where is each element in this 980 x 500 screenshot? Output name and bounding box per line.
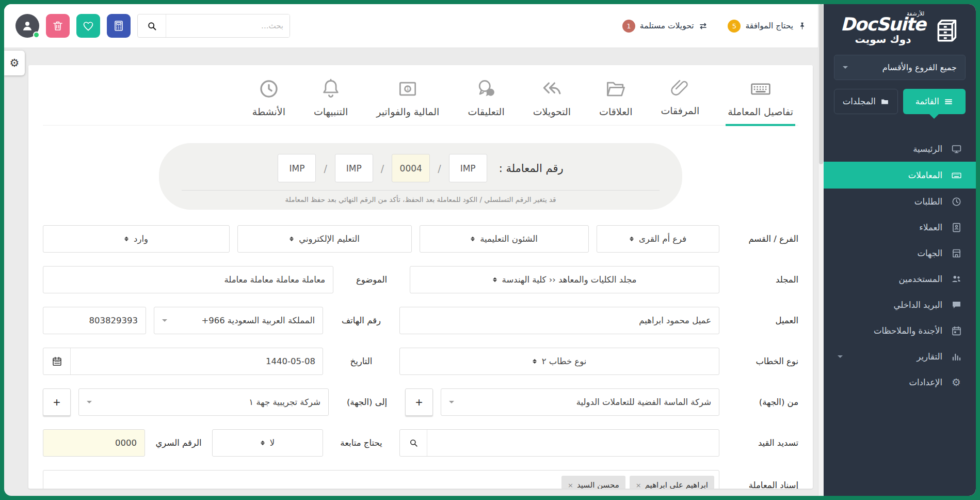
store-icon bbox=[951, 248, 962, 259]
direction-select[interactable]: وارد bbox=[43, 225, 230, 253]
client-input[interactable] bbox=[399, 307, 719, 334]
tab-label: تفاصيل المعاملة bbox=[728, 106, 793, 117]
letter-type-select[interactable]: نوع خطاب ٢ bbox=[399, 348, 719, 375]
avatar[interactable] bbox=[15, 14, 39, 38]
sidebar-item-clients[interactable]: العملاء bbox=[824, 214, 976, 240]
needs-followup-value: لا bbox=[270, 438, 275, 448]
received-transfers-label[interactable]: تحويلات مستلمة bbox=[640, 21, 694, 30]
sidebar: للأرشفة DocSuite دوك سويت جميع الفروع وا… bbox=[824, 4, 976, 496]
record-payment-field bbox=[399, 429, 719, 457]
department-select[interactable]: الشئون التعليمية bbox=[420, 225, 589, 253]
form-row-branch: الفرع / القسم فرع أم القرى الشئون التعلي… bbox=[43, 225, 798, 253]
search-input[interactable] bbox=[166, 14, 290, 37]
pin-icon[interactable] bbox=[798, 22, 807, 30]
favorites-button[interactable] bbox=[76, 14, 100, 38]
tab-comments[interactable]: التعليقات bbox=[465, 77, 506, 125]
tab-label: المرفقات bbox=[661, 105, 699, 116]
keyboard-icon bbox=[951, 170, 962, 181]
sidebar-item-label: الطلبات bbox=[914, 197, 942, 207]
sidebar-item-label: المستخدمين bbox=[898, 274, 942, 284]
phone-number-input[interactable] bbox=[43, 307, 146, 334]
transaction-segment-code2[interactable]: IMP bbox=[335, 154, 373, 182]
tab-finance-invoices[interactable]: 1 المالية والفواتير bbox=[374, 77, 441, 125]
sidebar-item-label: البريد الداخلي bbox=[894, 300, 942, 310]
sidebar-item-reports[interactable]: التقارير bbox=[824, 343, 976, 369]
subject-input[interactable] bbox=[43, 266, 333, 293]
content-area: ⚙ تفاصيل المعاملة المرفقات العلاقات bbox=[4, 48, 818, 496]
form-row-folder-subject: المجلد مجلد الكليات والمعاهد ‹‹ كلية اله… bbox=[43, 266, 798, 293]
record-payment-input[interactable] bbox=[427, 430, 719, 456]
tab-relations[interactable]: العلاقات bbox=[597, 77, 634, 125]
tab-label: التحويلات bbox=[533, 106, 571, 117]
folders-button[interactable]: المجلدات bbox=[834, 89, 898, 114]
tab-attachments[interactable]: المرفقات bbox=[658, 77, 701, 125]
sidebar-item-settings[interactable]: ⚙ الإعدادات bbox=[824, 369, 976, 395]
close-icon[interactable]: × bbox=[636, 481, 641, 489]
sidebar-item-internal-mail[interactable]: البريد الداخلي bbox=[824, 292, 976, 318]
menu-button-label: القائمة bbox=[915, 97, 939, 106]
search-icon[interactable] bbox=[138, 14, 166, 37]
sidebar-item-agenda-notes[interactable]: الأجندة والملاحظات bbox=[824, 318, 976, 343]
sidebar-item-home[interactable]: الرئيسية bbox=[824, 136, 976, 162]
tab-activities[interactable]: الأنشطة bbox=[250, 77, 287, 125]
archive-cabinet-icon bbox=[930, 16, 959, 45]
scrollbar-thumb[interactable] bbox=[819, 4, 823, 164]
transaction-segment-type[interactable]: IMP bbox=[449, 154, 487, 182]
tab-bar: تفاصيل المعاملة المرفقات العلاقات التحوي… bbox=[43, 65, 798, 126]
folder-icon bbox=[880, 97, 889, 106]
assignment-tags-input[interactable]: ابراهيم علي ابراهيم × محسن السيد × bbox=[43, 470, 719, 489]
needs-followup-select[interactable]: لا bbox=[212, 429, 323, 457]
tab-alerts[interactable]: التنبيهات bbox=[312, 77, 350, 125]
search-icon[interactable] bbox=[400, 430, 427, 456]
keyboard-icon bbox=[749, 77, 772, 100]
monitor-icon bbox=[951, 144, 962, 154]
letter-type-label: نوع الخطاب bbox=[727, 356, 798, 366]
calculator-button[interactable] bbox=[107, 14, 131, 38]
sidebar-item-requests[interactable]: الطلبات bbox=[824, 189, 976, 214]
folder-select[interactable]: مجلد الكليات والمعاهد ‹‹ كلية الهندسة bbox=[410, 266, 719, 293]
from-entity-select[interactable]: شركة الماسة الفضية للتعاملات الدولية bbox=[441, 388, 719, 416]
trash-button[interactable] bbox=[46, 14, 70, 38]
date-input[interactable] bbox=[71, 348, 323, 374]
users-icon bbox=[951, 273, 962, 285]
to-entity-select[interactable]: شركة تجريبية جهة ١ bbox=[78, 388, 329, 416]
sidebar-item-label: المعاملات bbox=[908, 170, 942, 180]
branch-select[interactable]: فرع أم القرى bbox=[597, 225, 719, 253]
transaction-number-note: قد يتغير الرقم التسلسلي / الكود للمعاملة… bbox=[174, 195, 667, 204]
chat-icon bbox=[951, 300, 962, 310]
bell-icon bbox=[319, 77, 342, 100]
add-to-entity-button[interactable]: + bbox=[43, 388, 71, 416]
brand-tagline: للأرشفة bbox=[907, 10, 924, 17]
sub-department-select[interactable]: التعليم الإلكتروني bbox=[237, 225, 412, 253]
form-row-entities: من (الجهة) شركة الماسة الفضية للتعاملات … bbox=[43, 388, 798, 416]
received-transfers-badge: 1 bbox=[622, 20, 635, 33]
phone-country-select[interactable]: المملكة العربية السعودية +966 bbox=[154, 307, 323, 334]
app-window: 1 تحويلات مستلمة 5 يحتاج الموافقة ⚙ bbox=[0, 0, 980, 500]
transaction-segment-code3[interactable]: IMP bbox=[278, 154, 316, 182]
brand-logo: للأرشفة DocSuite دوك سويت bbox=[824, 4, 976, 48]
sidebar-item-entities[interactable]: الجهات bbox=[824, 240, 976, 266]
settings-flap[interactable]: ⚙ bbox=[4, 51, 25, 75]
letter-type-value: نوع خطاب ٢ bbox=[542, 356, 587, 366]
needs-approval-label[interactable]: يحتاج الموافقة bbox=[745, 21, 793, 30]
calendar-icon[interactable] bbox=[43, 348, 71, 374]
menu-button[interactable]: القائمة bbox=[903, 89, 966, 114]
sidebar-item-users[interactable]: المستخدمين bbox=[824, 266, 976, 292]
tab-transfers[interactable]: التحويلات bbox=[531, 77, 573, 125]
scrollbar[interactable] bbox=[818, 4, 824, 496]
calculator-icon bbox=[113, 20, 125, 32]
close-icon[interactable]: × bbox=[568, 481, 573, 489]
chevron-down-icon bbox=[843, 66, 848, 71]
gear-icon: ⚙ bbox=[951, 376, 962, 388]
trash-icon bbox=[52, 20, 64, 32]
add-from-entity-button[interactable]: + bbox=[405, 388, 433, 416]
tab-transaction-details[interactable]: تفاصيل المعاملة bbox=[726, 77, 795, 125]
transaction-segment-serial[interactable]: 0004 bbox=[392, 154, 430, 182]
client-label: العميل bbox=[727, 316, 798, 325]
secret-number-input[interactable] bbox=[43, 429, 145, 457]
from-entity-label: من (الجهة) bbox=[727, 397, 798, 407]
sort-caret-icon bbox=[630, 235, 634, 243]
paperclip-icon bbox=[669, 77, 691, 99]
sidebar-item-transactions[interactable]: المعاملات bbox=[824, 162, 976, 189]
branch-filter-select[interactable]: جميع الفروع والأقسام bbox=[834, 55, 966, 80]
